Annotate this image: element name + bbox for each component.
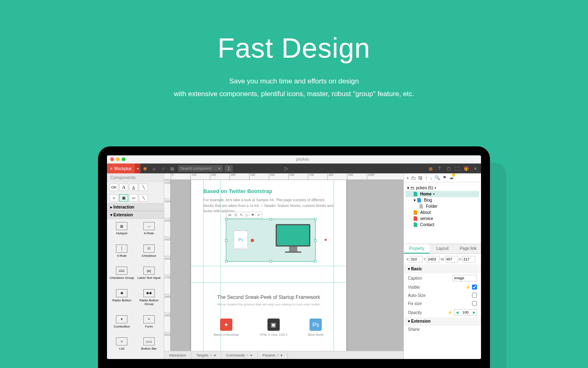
shape-diag[interactable]: ╲: [139, 194, 148, 202]
sel-tool-3[interactable]: ✎: [239, 213, 244, 217]
tree-item-service[interactable]: service: [405, 215, 479, 222]
component-checkbox-group[interactable]: ☑☑Checkbox Group: [109, 265, 135, 287]
shape-image[interactable]: ▦: [119, 194, 128, 202]
component-v.rule[interactable]: │V.Rule: [109, 243, 135, 265]
fixsize-checkbox[interactable]: [472, 301, 477, 306]
minimize-dot[interactable]: [116, 157, 120, 161]
layout-icon[interactable]: ▤: [167, 166, 176, 171]
tree-root[interactable]: ▾ 🗀 pckeo (5) •: [405, 185, 479, 191]
search-input[interactable]: Search component▾: [178, 165, 223, 172]
component-form[interactable]: ≡Form: [136, 314, 163, 335]
bottom-tab-interaction[interactable]: Interaction: [164, 351, 192, 359]
bottom-tab-targets[interactable]: Targets + ▾: [192, 351, 221, 359]
shape-line[interactable]: ╲: [139, 184, 148, 191]
play-icon[interactable]: ▷: [282, 166, 291, 171]
zoom-dot[interactable]: [122, 157, 125, 161]
property-tabs: PropertyLayoutPage link: [404, 244, 481, 254]
visible-label: Visible: [408, 285, 466, 289]
star-icon[interactable]: ☆: [158, 166, 167, 171]
up-icon[interactable]: ↑: [425, 175, 428, 180]
brand-dropdown[interactable]: ▾: [135, 164, 140, 173]
save-icon[interactable]: 🖫: [418, 175, 423, 180]
tree-item-blog[interactable]: ▾ Blog: [405, 197, 479, 203]
tree-item-contact[interactable]: Contact: [405, 222, 479, 228]
sel-tool-4[interactable]: ▷: [245, 213, 249, 217]
fullscreen-icon[interactable]: ⛶: [453, 166, 461, 171]
flag-icon[interactable]: ⚑: [443, 175, 447, 180]
shape-smile[interactable]: ☺: [109, 194, 118, 202]
extension-section[interactable]: ▾ Extension: [404, 317, 481, 325]
close-icon[interactable]: ✕: [471, 166, 479, 171]
component-button-bar[interactable]: ▭▭Button Bar: [136, 336, 163, 357]
pages-toolbar: + 🗀 🖫 ↑ ↓ 🔍 ⚑ ☁9: [404, 173, 481, 182]
coords-row: X Y W H: [404, 254, 481, 265]
component-list[interactable]: ≡List: [109, 336, 135, 357]
coord-y[interactable]: [427, 256, 440, 263]
shape-rect[interactable]: ▭: [129, 194, 138, 202]
canvas[interactable]: Based on Twitter Bootstrap For example, …: [171, 180, 403, 351]
close-dot[interactable]: [110, 157, 114, 161]
folder-icon[interactable]: 🗀: [411, 175, 416, 180]
caption-label: Caption: [408, 276, 452, 280]
gift-icon[interactable]: 🎁: [462, 166, 470, 171]
link-target-dot: [325, 239, 327, 241]
tree-item-folder[interactable]: Folder: [405, 203, 479, 209]
selected-image[interactable]: ✉⎘✎▷⚑↗ Ps: [226, 219, 316, 262]
prop-tab-page-link[interactable]: Page link: [455, 244, 481, 254]
package-icon[interactable]: ⬢: [140, 166, 149, 171]
canvas-para2: We've created the product that will help…: [203, 303, 334, 306]
component-checkbox[interactable]: ☑Checkbox: [136, 243, 163, 265]
sel-tool-6[interactable]: ↗: [256, 213, 261, 217]
brand-menu[interactable]: ≡ Mockplus: [107, 164, 135, 173]
component-hotspot[interactable]: ▨Hotspot: [109, 220, 135, 242]
component-combobox[interactable]: ▾ComboBox: [109, 314, 135, 335]
component-radio-button-group[interactable]: ◉◉Radio Button Group: [136, 287, 163, 313]
sel-tool-5[interactable]: ⚑: [250, 213, 255, 217]
bottom-tab-params[interactable]: Params + ▾: [258, 351, 288, 359]
page-artboard[interactable]: Based on Twitter Bootstrap For example, …: [191, 180, 346, 351]
sel-tool-2[interactable]: ⎘: [233, 213, 238, 217]
coord-x[interactable]: [410, 256, 423, 263]
add-page-icon[interactable]: +: [406, 175, 409, 180]
component-radio-button[interactable]: ◉Radio Button: [109, 287, 135, 313]
visible-checkbox[interactable]: [472, 285, 477, 289]
prop-tab-property[interactable]: Property: [404, 244, 430, 254]
autosize-checkbox[interactable]: [472, 293, 477, 298]
help-icon[interactable]: ?: [435, 166, 443, 171]
shape-underline[interactable]: A: [129, 184, 138, 191]
opacity-down[interactable]: ◀: [454, 310, 459, 314]
feature-icon: PsBlock Model: [308, 319, 323, 336]
coord-h[interactable]: [462, 256, 475, 263]
component-label-text-input[interactable]: [A]Label Text Input: [136, 265, 163, 287]
tree-item-about[interactable]: About: [405, 209, 479, 215]
opacity-up[interactable]: ▶: [472, 310, 477, 314]
caption-input[interactable]: [452, 275, 477, 281]
component-h.rule[interactable]: —H.Rule: [136, 220, 163, 242]
opacity-label: Opacity: [408, 310, 448, 315]
opacity-input[interactable]: [459, 310, 472, 315]
window-icon[interactable]: ▢: [444, 166, 452, 171]
bottom-tab-commands[interactable]: Commands + ▾: [221, 351, 258, 359]
section-interaction[interactable]: ▸ Interaction: [107, 203, 164, 211]
shape-ok[interactable]: OK: [109, 184, 118, 191]
canvas-para1: For example, let's take a look at Sample…: [203, 197, 334, 214]
mini-doc-icon: Ps: [234, 231, 248, 249]
selection-toolbar[interactable]: ✉⎘✎▷⚑↗: [226, 212, 262, 218]
grid-icon[interactable]: ▦: [426, 166, 434, 171]
monitor-frame: pockeo ≡ Mockplus ▾ ⬢ ☺ ☆ ▤ Search compo…: [98, 146, 490, 368]
down-icon[interactable]: ↓: [430, 175, 432, 180]
prop-tab-layout[interactable]: Layout: [430, 244, 455, 254]
smile-icon[interactable]: ☺: [149, 166, 158, 171]
sel-tool-1[interactable]: ✉: [227, 213, 232, 217]
search-icon[interactable]: 🔍: [434, 175, 440, 180]
basic-section[interactable]: ▾ Basic: [404, 265, 481, 273]
page-tree: ▾ 🗀 pckeo (5) • Home •▾ BlogFolderAbouts…: [404, 182, 481, 244]
hero-subtitle: Save you much time and efforts on design…: [0, 75, 588, 100]
section-extension[interactable]: ▾ Extension: [107, 211, 164, 219]
cloud-icon[interactable]: ☁9: [449, 175, 454, 180]
bottom-tabs: InteractionTargets + ▾Commands + ▾Params…: [164, 351, 403, 359]
coord-w[interactable]: [445, 256, 458, 263]
shape-text[interactable]: A: [119, 184, 128, 191]
tree-item-home[interactable]: Home •: [405, 191, 479, 197]
mini-monitor-icon: [276, 224, 310, 253]
